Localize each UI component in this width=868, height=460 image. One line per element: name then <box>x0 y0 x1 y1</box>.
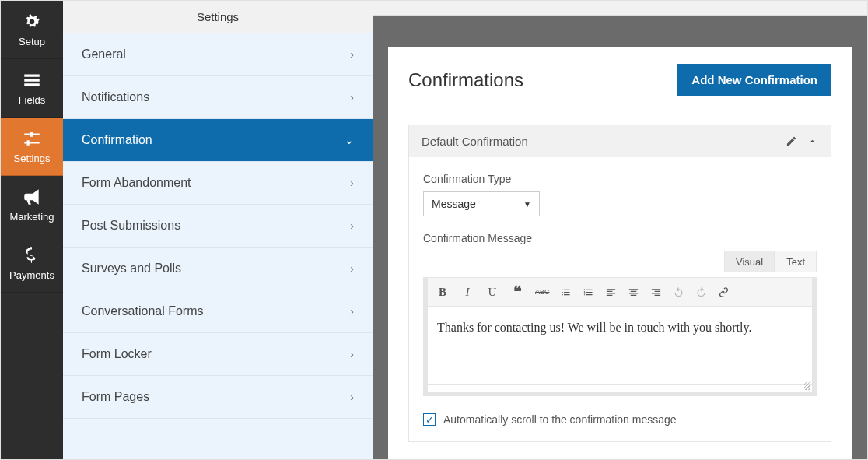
chevron-right-icon: › <box>350 391 354 403</box>
chevron-right-icon: › <box>350 305 354 318</box>
accordion-header[interactable]: Default Confirmation <box>409 125 831 157</box>
link-icon[interactable] <box>718 286 730 298</box>
nav-label: Settings <box>14 153 51 164</box>
panel-title: Confirmations <box>408 69 523 91</box>
nav-fields[interactable]: Fields <box>1 59 63 118</box>
confirmation-type-select[interactable]: Message ▼ <box>423 191 540 216</box>
chevron-right-icon: › <box>350 91 354 104</box>
align-right-icon[interactable] <box>650 286 662 298</box>
align-left-icon[interactable] <box>605 286 617 298</box>
settings-item-form-abandonment[interactable]: Form Abandonment› <box>63 162 373 205</box>
settings-item-label: Form Locker <box>82 347 152 361</box>
editor-tabs: Visual Text <box>423 251 817 272</box>
settings-item-label: Post Submissions <box>82 219 180 233</box>
rich-text-editor: B I U ❝ ABC <box>423 277 817 396</box>
chevron-right-icon: › <box>350 219 354 232</box>
canvas: Confirmations Add New Confirmation Defau… <box>373 16 867 459</box>
accordion-title: Default Confirmation <box>422 135 528 148</box>
settings-item-surveys-polls[interactable]: Surveys and Polls› <box>63 248 373 290</box>
underline-icon[interactable]: U <box>485 286 499 299</box>
panel-header: Confirmations Add New Confirmation <box>408 64 831 107</box>
bullet-list-icon[interactable] <box>560 286 572 298</box>
editor-body[interactable]: Thanks for contacting us! We will be in … <box>427 307 813 385</box>
bullhorn-icon <box>22 187 42 207</box>
accordion-body: Confirmation Type Message ▼ Confirmation… <box>409 157 831 441</box>
nav-label: Payments <box>9 269 54 281</box>
nav-label: Setup <box>19 36 45 47</box>
settings-item-label: Conversational Forms <box>82 304 204 318</box>
settings-item-label: Surveys and Polls <box>82 262 181 276</box>
nav-label: Fields <box>19 94 46 106</box>
chevron-right-icon: › <box>350 177 354 189</box>
strikethrough-icon[interactable]: ABC <box>535 288 549 296</box>
settings-list: General› Notifications› Confirmation⌄ Fo… <box>63 33 373 459</box>
chevron-right-icon: › <box>350 48 354 61</box>
autoscroll-label: Automatically scroll to the confirmation… <box>443 413 677 426</box>
italic-icon[interactable]: I <box>460 286 474 299</box>
confirmation-accordion: Default Confirmation Confirmation Type M… <box>408 125 831 442</box>
settings-item-label: General <box>82 47 126 61</box>
pencil-icon[interactable] <box>786 135 797 147</box>
settings-item-confirmation[interactable]: Confirmation⌄ <box>63 119 373 162</box>
settings-item-label: Form Abandonment <box>82 176 191 190</box>
settings-item-notifications[interactable]: Notifications› <box>63 76 373 119</box>
content-column: Confirmations Add New Confirmation Defau… <box>373 1 867 459</box>
resize-handle[interactable] <box>427 385 813 392</box>
settings-item-general[interactable]: General› <box>63 33 373 76</box>
accordion-actions <box>786 135 818 147</box>
chevron-down-icon: ⌄ <box>345 134 354 146</box>
settings-item-form-pages[interactable]: Form Pages› <box>63 376 373 419</box>
sliders-icon <box>22 128 42 149</box>
editor-toolbar: B I U ❝ ABC <box>427 277 813 307</box>
topbar: Settings <box>63 1 373 33</box>
nav-setup[interactable]: Setup <box>1 1 63 59</box>
blockquote-icon[interactable]: ❝ <box>510 283 524 301</box>
nav-payments[interactable]: Payments <box>1 234 63 293</box>
confirmation-message-label: Confirmation Message <box>423 232 817 244</box>
chevron-right-icon: › <box>350 262 354 275</box>
chevron-up-icon[interactable] <box>807 135 818 147</box>
select-value: Message <box>432 198 476 210</box>
confirmations-panel: Confirmations Add New Confirmation Defau… <box>388 47 852 459</box>
add-new-confirmation-button[interactable]: Add New Confirmation <box>677 64 831 96</box>
nav-label: Marketing <box>9 211 54 223</box>
bold-icon[interactable]: B <box>436 286 450 299</box>
caret-down-icon: ▼ <box>523 200 531 209</box>
list-icon <box>22 70 42 90</box>
settings-item-label: Notifications <box>82 90 149 104</box>
tab-text[interactable]: Text <box>775 251 817 272</box>
tab-visual[interactable]: Visual <box>724 251 775 272</box>
nav-rail: Setup Fields Settings Marketing Payments <box>1 1 63 459</box>
settings-item-label: Form Pages <box>82 390 149 404</box>
settings-item-conversational-forms[interactable]: Conversational Forms› <box>63 290 373 333</box>
align-center-icon[interactable] <box>628 286 639 298</box>
settings-item-form-locker[interactable]: Form Locker› <box>63 333 373 376</box>
settings-item-label: Confirmation <box>82 133 152 147</box>
confirmation-type-label: Confirmation Type <box>423 173 817 185</box>
numbered-list-icon[interactable] <box>583 286 594 298</box>
autoscroll-checkbox[interactable]: ✓ <box>423 413 436 426</box>
gear-icon <box>22 12 42 32</box>
autoscroll-row: ✓ Automatically scroll to the confirmati… <box>423 413 817 426</box>
settings-column: Settings General› Notifications› Confirm… <box>63 1 373 459</box>
chevron-right-icon: › <box>350 348 354 360</box>
redo-icon[interactable] <box>695 286 707 298</box>
settings-item-post-submissions[interactable]: Post Submissions› <box>63 205 373 248</box>
undo-icon[interactable] <box>673 286 684 298</box>
nav-marketing[interactable]: Marketing <box>1 176 63 234</box>
topbar-right <box>373 1 867 16</box>
app-root: Setup Fields Settings Marketing Payments… <box>0 0 868 460</box>
topbar-title: Settings <box>197 10 239 23</box>
dollar-icon <box>22 245 42 265</box>
nav-settings[interactable]: Settings <box>1 118 63 176</box>
